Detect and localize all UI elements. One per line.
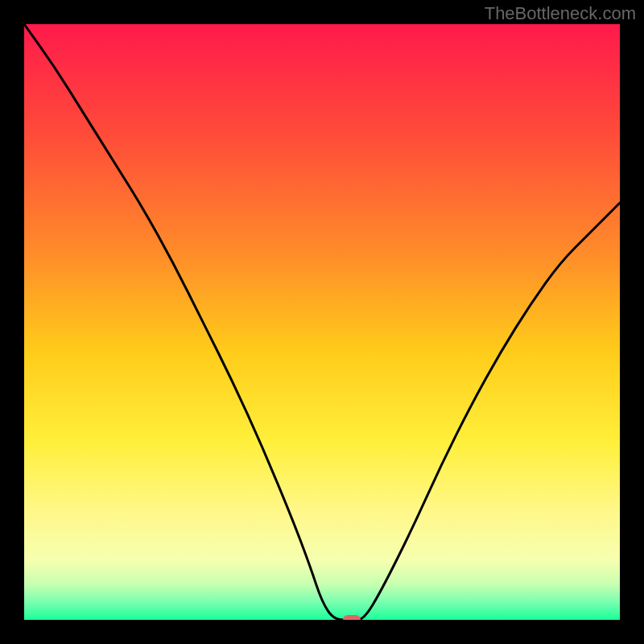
chart-container: TheBottleneck.com <box>0 0 644 644</box>
min-marker <box>343 615 361 620</box>
plot-area <box>24 24 620 620</box>
watermark-text: TheBottleneck.com <box>485 3 636 24</box>
bottleneck-curve <box>24 24 620 620</box>
